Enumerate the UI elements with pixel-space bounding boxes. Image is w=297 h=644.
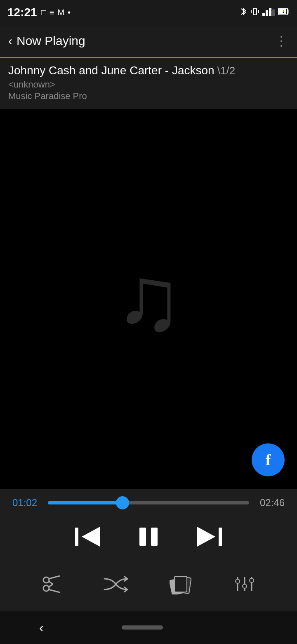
signal-icon [262, 7, 275, 18]
svg-point-17 [43, 577, 49, 583]
status-icons-right [239, 7, 290, 19]
current-time: 01:02 [12, 497, 41, 509]
nav-back-icon[interactable]: ‹ [39, 620, 44, 635]
pause-button[interactable] [120, 520, 177, 558]
status-bar: 12:21 □ ≡ M • [0, 0, 297, 25]
album-art-area: ♫ f [0, 109, 297, 489]
bluetooth-icon [239, 7, 248, 19]
scissors-icon [41, 574, 62, 599]
svg-marker-5 [269, 8, 271, 16]
track-title-text: Johnny Cash and June Carter - Jackson [8, 64, 214, 77]
status-icons-left: □ ≡ M • [41, 8, 71, 17]
header: ‹ Now Playing ⋮ [0, 25, 297, 58]
progress-thumb[interactable] [116, 496, 129, 509]
vibrate-icon [251, 7, 259, 18]
progress-row: 01:02 02:46 [12, 497, 285, 509]
pause-icon [136, 524, 161, 554]
header-left: ‹ Now Playing [8, 34, 85, 48]
svg-rect-14 [151, 528, 158, 546]
prev-icon [74, 524, 103, 554]
track-title: Johnny Cash and June Carter - Jackson \1… [8, 64, 289, 78]
svg-marker-3 [262, 13, 265, 16]
facebook-label: f [266, 451, 271, 469]
track-source: Music Paradise Pro [8, 91, 289, 102]
bottom-controls [12, 568, 285, 607]
music-note-icon: ♫ [115, 246, 183, 351]
svg-rect-11 [75, 528, 78, 546]
svg-line-22 [49, 584, 53, 587]
nav-bar: ‹ [0, 611, 297, 644]
playlist-button[interactable] [170, 574, 192, 599]
status-bar-left: 12:21 □ ≡ M • [7, 6, 71, 19]
player-controls: 01:02 02:46 [0, 489, 297, 611]
track-artist: <unknown> [8, 79, 289, 90]
svg-rect-15 [219, 528, 222, 546]
gmail-icon: M [57, 8, 64, 17]
next-icon [194, 524, 223, 554]
svg-line-19 [49, 576, 60, 579]
total-time: 02:46 [256, 497, 285, 509]
svg-marker-12 [82, 527, 100, 547]
svg-rect-25 [174, 576, 187, 592]
prev-button[interactable] [58, 520, 120, 558]
shuffle-icon [104, 575, 128, 598]
svg-rect-0 [253, 8, 257, 15]
equalizer-button[interactable] [233, 574, 256, 599]
message-icon: ≡ [50, 8, 54, 17]
svg-point-31 [250, 578, 254, 582]
nav-home-pill[interactable] [122, 625, 163, 630]
battery-icon [278, 8, 290, 17]
svg-point-27 [236, 579, 240, 583]
svg-marker-4 [266, 10, 268, 16]
status-time: 12:21 [7, 6, 37, 19]
svg-line-21 [49, 581, 53, 584]
cut-button[interactable] [41, 574, 62, 599]
header-title: Now Playing [16, 34, 85, 48]
square-icon: □ [41, 8, 46, 17]
svg-marker-16 [197, 527, 215, 547]
svg-rect-13 [139, 528, 146, 546]
playlist-icon [170, 574, 192, 599]
svg-point-18 [43, 585, 49, 591]
main-controls [12, 520, 285, 558]
equalizer-icon [233, 574, 256, 599]
svg-point-29 [243, 584, 247, 588]
track-counter: \1/2 [214, 64, 236, 77]
svg-marker-6 [272, 9, 275, 16]
back-button[interactable]: ‹ [8, 34, 12, 48]
shuffle-button[interactable] [104, 575, 128, 598]
progress-fill [48, 501, 123, 504]
next-button[interactable] [177, 520, 239, 558]
track-info: Johnny Cash and June Carter - Jackson \1… [0, 58, 297, 109]
dot-icon: • [68, 8, 71, 17]
menu-button[interactable]: ⋮ [275, 33, 289, 49]
progress-bar[interactable] [48, 501, 249, 504]
facebook-button[interactable]: f [252, 443, 285, 476]
svg-line-20 [49, 590, 60, 592]
